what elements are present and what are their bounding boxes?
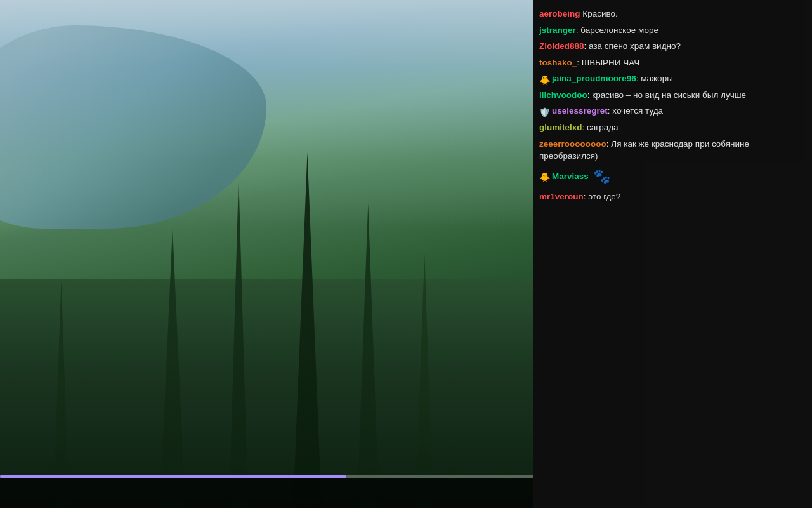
- chat-message: toshako_: ШВЫРНИ ЧАЧ: [539, 57, 806, 69]
- chat-username[interactable]: mr1veroun: [539, 192, 584, 201]
- chat-message: mr1veroun: это где?: [539, 190, 806, 203]
- chat-text: : ШВЫРНИ ЧАЧ: [577, 58, 639, 67]
- chat-username[interactable]: uselessregret: [552, 106, 608, 116]
- video-area: [0, 0, 533, 508]
- chat-username[interactable]: Zloided888: [539, 41, 584, 51]
- chat-username[interactable]: glumitelxd: [539, 123, 582, 132]
- chat-message: glumitelxd: саграда: [539, 121, 806, 134]
- chat-emote: 🐾: [593, 168, 610, 184]
- chat-text: : хочется туда: [608, 106, 663, 116]
- user-badge: 🛡️: [539, 106, 551, 117]
- chat-username[interactable]: Marviass_: [552, 171, 593, 180]
- chat-text: : аза спено храм видно?: [584, 41, 681, 51]
- chat-message: zeeerroooooooo: Ля как же краснодар при …: [539, 138, 806, 163]
- chat-message: jstranger: барселонское море: [539, 24, 806, 37]
- chat-messages: aerobeing Красиво.jstranger: барселонско…: [533, 0, 812, 508]
- chat-username[interactable]: jstranger: [539, 25, 576, 35]
- chat-message: Zloided888: аза спено храм видно?: [539, 40, 806, 53]
- chat-username[interactable]: toshako_: [539, 58, 577, 67]
- chat-text: : барселонское море: [576, 25, 658, 35]
- user-badge: 🐥: [539, 171, 551, 182]
- chat-message: 🐥Marviass_🐾: [539, 166, 806, 187]
- chat-text: : мажоры: [636, 74, 673, 83]
- chat-username[interactable]: aerobeing: [539, 9, 580, 18]
- chat-message: aerobeing Красиво.: [539, 8, 806, 20]
- video-bottom-bar: [0, 478, 533, 508]
- chat-panel: aerobeing Красиво.jstranger: барселонско…: [533, 0, 812, 508]
- chat-username[interactable]: zeeerroooooooo: [539, 139, 606, 149]
- chat-text: : это где?: [584, 192, 621, 201]
- chat-text: : красиво – но вид на сиськи был лучше: [587, 90, 746, 100]
- user-badge: 🐥: [539, 74, 551, 85]
- chat-username[interactable]: ilichvoodoo: [539, 90, 587, 100]
- chat-text: Красиво.: [580, 9, 618, 18]
- chat-message: 🛡️uselessregret: хочется туда: [539, 105, 806, 117]
- chat-text: : саграда: [582, 123, 619, 132]
- chat-message: ilichvoodoo: красиво – но вид на сиськи …: [539, 89, 806, 102]
- chat-username[interactable]: jaina_proudmoore96: [552, 74, 636, 83]
- chat-message: 🐥jaina_proudmoore96: мажоры: [539, 72, 806, 85]
